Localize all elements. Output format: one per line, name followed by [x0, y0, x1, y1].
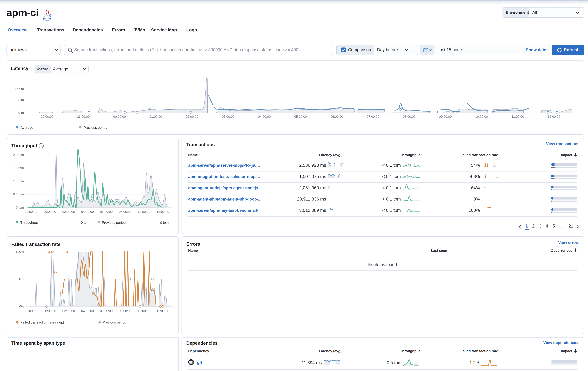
- svg-text:06:00:00: 06:00:00: [100, 309, 113, 313]
- svg-text:0.5 tpm: 0.5 tpm: [13, 193, 24, 196]
- svg-text:167 min: 167 min: [15, 87, 26, 91]
- svg-text:03:00:00: 03:00:00: [222, 115, 234, 118]
- svg-text:02:00:00: 02:00:00: [62, 309, 75, 313]
- svg-text:04:00:00: 04:00:00: [81, 309, 94, 313]
- svg-text:08:00:00: 08:00:00: [119, 309, 131, 313]
- svg-text:04:00:00: 04:00:00: [258, 115, 271, 118]
- svg-text:50%: 50%: [17, 277, 24, 281]
- svg-text:06:00:00: 06:00:00: [100, 210, 113, 214]
- svg-text:83 min: 83 min: [17, 98, 26, 102]
- svg-text:02:00:00: 02:00:00: [186, 115, 198, 118]
- svg-text:100%: 100%: [16, 250, 24, 254]
- svg-text:06:00:00: 06:00:00: [330, 115, 343, 118]
- svg-text:0%: 0%: [19, 305, 24, 308]
- svg-text:22:00:00: 22:00:00: [25, 210, 37, 214]
- svg-text:10:00:00: 10:00:00: [138, 210, 150, 214]
- svg-text:1.5 tpm: 1.5 tpm: [13, 166, 24, 170]
- svg-text:08:00:00: 08:00:00: [403, 115, 416, 118]
- svg-text:1.0 tpm: 1.0 tpm: [13, 179, 24, 183]
- svg-text:23:00:00: 23:00:00: [77, 115, 90, 118]
- svg-text:02:00:00: 02:00:00: [62, 210, 75, 214]
- svg-text:0 min: 0 min: [19, 111, 26, 114]
- svg-text:12:00:00: 12:00:00: [157, 309, 169, 313]
- svg-text:05:00:00: 05:00:00: [294, 115, 307, 118]
- svg-text:04:00:00: 04:00:00: [81, 210, 94, 214]
- svg-text:22:00:00: 22:00:00: [41, 115, 53, 118]
- svg-text:2.0 tpm: 2.0 tpm: [13, 153, 24, 157]
- svg-text:01:00:00: 01:00:00: [149, 115, 162, 118]
- svg-text:10:00:00: 10:00:00: [138, 309, 150, 313]
- svg-text:00:00:00: 00:00:00: [43, 309, 56, 313]
- svg-text:09:00:00: 09:00:00: [439, 115, 452, 118]
- svg-text:00:00:00: 00:00:00: [43, 210, 56, 214]
- svg-text:12:00:00: 12:00:00: [157, 210, 169, 214]
- svg-text:10:00:00: 10:00:00: [475, 115, 488, 118]
- svg-text:12:00:00: 12:00:00: [548, 115, 560, 118]
- svg-text:22:00:00: 22:00:00: [25, 309, 37, 313]
- svg-text:08:00:00: 08:00:00: [119, 210, 131, 214]
- svg-text:0 tpm: 0 tpm: [16, 206, 24, 209]
- svg-text:07:00:00: 07:00:00: [367, 115, 379, 118]
- svg-text:11:00:00: 11:00:00: [512, 115, 524, 118]
- svg-text:00:00:00: 00:00:00: [113, 115, 126, 118]
